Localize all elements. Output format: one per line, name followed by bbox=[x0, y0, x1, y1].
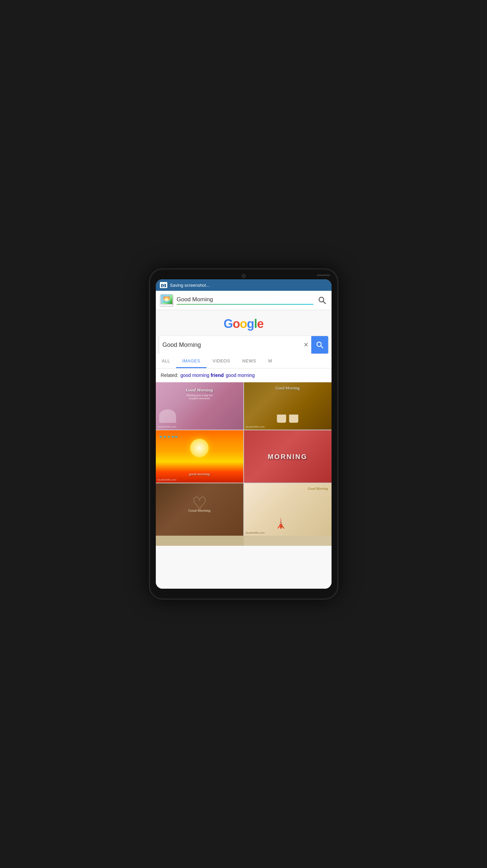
tab-all[interactable]: ALL bbox=[156, 354, 176, 368]
sun-circle bbox=[190, 439, 209, 457]
image-1-watermark: QuoteSMS.com bbox=[157, 425, 176, 428]
photo-front bbox=[161, 294, 173, 304]
bottom-partial-row bbox=[156, 536, 332, 546]
logo-G: G bbox=[223, 317, 233, 331]
search-bar-text: Good Morning bbox=[177, 296, 313, 303]
app-logo bbox=[159, 293, 174, 308]
google-logo: Google bbox=[223, 317, 263, 331]
search-submit-button[interactable] bbox=[311, 336, 328, 354]
device-screen: Saving screenshot... Good Morning bbox=[156, 279, 332, 589]
cup-1 bbox=[277, 414, 286, 423]
screenshot-icon bbox=[160, 282, 167, 288]
eiffel-icon: 🗼 bbox=[274, 517, 287, 529]
svg-rect-2 bbox=[163, 283, 165, 284]
content-area[interactable]: Google Good Morning ✕ ALL IMAGES VIDEOS bbox=[156, 310, 332, 589]
image-6-watermark: QuoteSMS.com bbox=[246, 531, 265, 534]
image-6-title: Good Morning bbox=[308, 487, 328, 490]
search-button[interactable] bbox=[316, 294, 328, 306]
notification-text: Saving screenshot... bbox=[170, 283, 210, 288]
search-tabs: ALL IMAGES VIDEOS NEWS M bbox=[156, 354, 332, 368]
coffee-cups bbox=[277, 414, 298, 423]
tab-images[interactable]: IMAGES bbox=[176, 354, 206, 368]
image-2-watermark: QuoteSMS.com bbox=[246, 425, 265, 428]
device-speaker bbox=[317, 275, 330, 276]
image-1-title: Good Morning bbox=[156, 387, 243, 393]
search-bar-underline bbox=[177, 304, 313, 305]
image-5-title: Good Morning bbox=[188, 508, 211, 512]
logo-e: e bbox=[257, 317, 264, 331]
image-cell-4[interactable]: MORNING bbox=[244, 430, 332, 483]
image-cell-3[interactable]: 🐦 🐦 🐦 🐦🐦 good morning QuoteSMS.com bbox=[156, 430, 243, 483]
related-link-2[interactable]: good morning bbox=[226, 373, 255, 378]
logo-o2: o bbox=[240, 317, 247, 331]
svg-line-6 bbox=[321, 346, 323, 348]
logo-l: l bbox=[254, 317, 257, 331]
svg-line-4 bbox=[323, 302, 325, 304]
image-1-subtitle: Wishing you a day fullof joyful moments bbox=[156, 394, 243, 400]
tab-more[interactable]: M bbox=[262, 354, 278, 368]
image-4-title: MORNING bbox=[268, 453, 308, 460]
google-header: Google bbox=[156, 310, 332, 336]
search-bar-container: Good Morning bbox=[177, 296, 313, 305]
search-input-area[interactable]: Good Morning ✕ bbox=[159, 336, 328, 354]
image-3-title: good morning bbox=[156, 472, 243, 476]
image-cell-5[interactable]: ♡ Good Morning bbox=[156, 483, 243, 536]
app-bar: Good Morning bbox=[156, 291, 332, 310]
logo-o1: o bbox=[233, 317, 240, 331]
logo-g: g bbox=[247, 317, 254, 331]
image-cell-2[interactable]: Good Morning QuoteSMS.com bbox=[244, 382, 332, 430]
tab-news[interactable]: NEWS bbox=[236, 354, 262, 368]
related-link-1[interactable]: good morning friend bbox=[180, 373, 224, 378]
related-bar: Related: good morning friend good mornin… bbox=[156, 368, 332, 382]
clear-search-button[interactable]: ✕ bbox=[301, 340, 311, 350]
search-input-text: Good Morning bbox=[163, 337, 301, 353]
image-3-watermark: QuoteSMS.com bbox=[157, 478, 176, 481]
notification-bar: Saving screenshot... bbox=[156, 279, 332, 291]
tab-videos[interactable]: VIDEOS bbox=[206, 354, 236, 368]
device-camera bbox=[242, 274, 246, 278]
related-label: Related: bbox=[161, 373, 178, 378]
image-cell-1[interactable]: Good Morning Wishing you a day fullof jo… bbox=[156, 382, 243, 430]
image-cell-6[interactable]: Good Morning 🗼 QuoteSMS.com bbox=[244, 483, 332, 536]
birds: 🐦 🐦 🐦 🐦🐦 bbox=[159, 435, 178, 438]
image-grid: Good Morning Wishing you a day fullof jo… bbox=[156, 382, 332, 536]
image-2-title: Good Morning bbox=[244, 386, 332, 391]
device-frame: Saving screenshot... Good Morning bbox=[149, 269, 338, 599]
cup-2 bbox=[289, 414, 298, 423]
